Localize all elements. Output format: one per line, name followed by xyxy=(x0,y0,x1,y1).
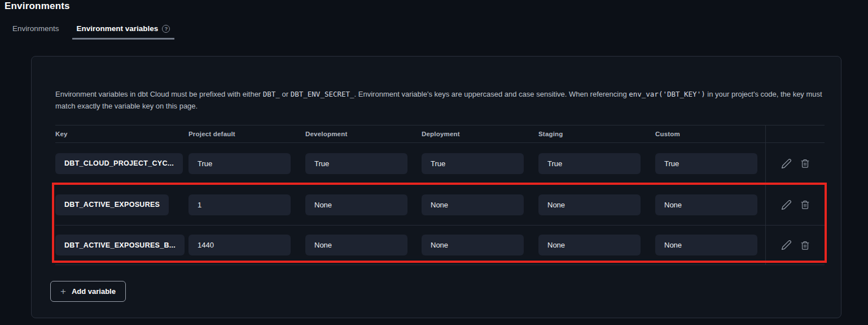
column-header-project-default: Project default xyxy=(188,125,305,143)
table-row-cell: None xyxy=(305,226,422,265)
variable-value-project-default: 1440 xyxy=(188,235,291,255)
table-row-cell: True xyxy=(188,143,305,184)
column-header-deployment: Deployment xyxy=(422,125,538,143)
variable-key: DBT_ACTIVE_EXPOSURES xyxy=(55,194,169,215)
tab-bar: Environments Environment variables ? xyxy=(8,21,174,40)
variable-value-custom: True xyxy=(655,153,757,174)
table-row-cell: None xyxy=(422,226,538,265)
column-header-custom: Custom xyxy=(655,125,765,143)
table-row-actions xyxy=(765,143,825,184)
variable-value-deployment: None xyxy=(422,194,524,215)
page-title: Environments xyxy=(5,1,70,12)
tab-environment-variables[interactable]: Environment variables ? xyxy=(72,21,175,40)
code-dbt-prefix: DBT_ xyxy=(263,90,280,98)
edit-variable-button[interactable] xyxy=(781,240,792,250)
table-row-cell: DBT_ACTIVE_EXPOSURES xyxy=(55,184,188,226)
table-row-cell: None xyxy=(655,184,765,226)
delete-variable-button[interactable] xyxy=(800,158,810,168)
delete-variable-button[interactable] xyxy=(800,240,810,250)
pencil-icon xyxy=(781,200,792,210)
environment-variables-card: Environment variables in dbt Cloud must … xyxy=(31,56,841,318)
code-dbt-env-secret-prefix: DBT_ENV_SECRET_ xyxy=(291,90,354,98)
column-header-development: Development xyxy=(305,125,422,143)
variable-value-custom: None xyxy=(655,194,757,215)
table-row-cell: 1440 xyxy=(188,226,305,265)
variable-value-staging: None xyxy=(538,235,641,255)
edit-variable-button[interactable] xyxy=(781,158,792,169)
tab-environments-label: Environments xyxy=(12,24,59,33)
column-header-key: Key xyxy=(55,125,188,143)
table-row-cell: True xyxy=(655,143,765,184)
environments-page: Environments Environments Environment va… xyxy=(0,0,868,325)
variable-key: DBT_ACTIVE_EXPOSURES_B... xyxy=(55,235,185,255)
table-row-cell: DBT_ACTIVE_EXPOSURES_B... xyxy=(55,226,188,265)
variable-value-custom: None xyxy=(655,235,757,255)
table-row-cell: True xyxy=(538,143,655,184)
code-env-var-example: env_var('DBT_KEY') xyxy=(629,90,705,98)
table-row-actions xyxy=(765,184,825,226)
help-icon[interactable]: ? xyxy=(162,25,170,33)
column-header-actions xyxy=(765,125,825,143)
delete-variable-button[interactable] xyxy=(800,200,810,210)
description-part: or xyxy=(280,90,291,98)
table-row-cell: DBT_CLOUD_PROJECT_CYC... xyxy=(55,143,188,184)
add-variable-label: Add variable xyxy=(72,287,116,296)
pencil-icon xyxy=(781,158,792,169)
trash-icon xyxy=(800,200,810,210)
tab-environment-variables-label: Environment variables xyxy=(77,24,159,33)
column-header-staging: Staging xyxy=(538,125,655,143)
variable-key: DBT_CLOUD_PROJECT_CYC... xyxy=(55,153,183,174)
table-row-cell: None xyxy=(422,184,538,226)
edit-variable-button[interactable] xyxy=(781,200,792,210)
pencil-icon xyxy=(781,240,792,250)
plus-icon: + xyxy=(60,287,66,296)
description-text: Environment variables in dbt Cloud must … xyxy=(55,88,823,112)
description-part: Environment variables in dbt Cloud must … xyxy=(55,90,263,98)
table-row-cell: None xyxy=(538,184,655,226)
add-variable-button[interactable]: + Add variable xyxy=(50,281,126,302)
table-row-actions xyxy=(765,226,825,265)
table-row-cell: True xyxy=(422,143,538,184)
trash-icon xyxy=(800,240,810,250)
variable-value-staging: True xyxy=(538,153,641,174)
table-row-cell: None xyxy=(305,184,422,226)
tab-environments[interactable]: Environments xyxy=(8,21,64,40)
variable-value-staging: None xyxy=(538,194,641,215)
table-row-cell: 1 xyxy=(188,184,305,226)
environment-variables-table: Key Project default Development Deployme… xyxy=(55,125,825,265)
variable-value-development: True xyxy=(305,153,407,174)
table-row-cell: True xyxy=(305,143,422,184)
variable-value-deployment: True xyxy=(422,153,524,174)
variable-value-project-default: 1 xyxy=(188,194,291,215)
variable-value-deployment: None xyxy=(422,235,524,255)
trash-icon xyxy=(800,158,810,168)
variable-value-development: None xyxy=(305,194,407,215)
table-row-cell: None xyxy=(655,226,765,265)
description-part: . Environment variable's keys are upperc… xyxy=(354,90,629,98)
variable-value-development: None xyxy=(305,235,407,255)
table-row-cell: None xyxy=(538,226,655,265)
variable-value-project-default: True xyxy=(188,153,291,174)
